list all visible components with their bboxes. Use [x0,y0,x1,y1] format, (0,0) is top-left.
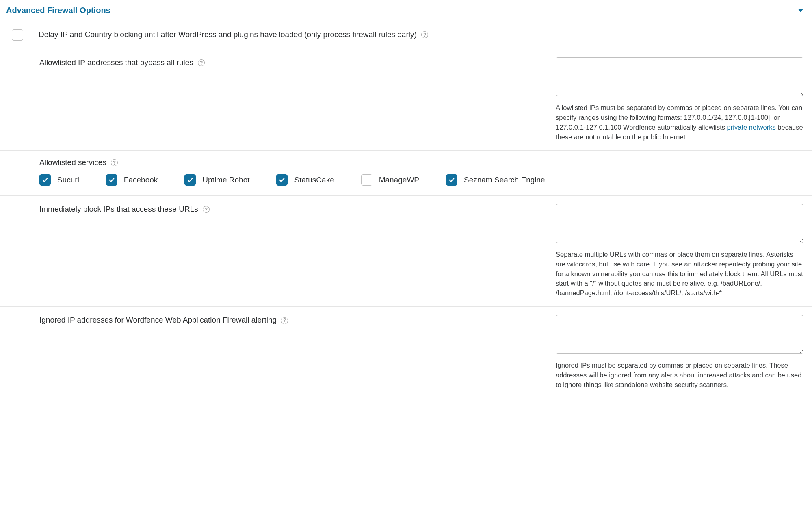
allowlisted-ips-label: Allowlisted IP addresses that bypass all… [39,57,548,68]
service-item: ManageWP [361,174,419,186]
service-checkbox[interactable] [184,174,196,186]
delay-ip-row: Delay IP and Country blocking until afte… [0,21,812,49]
block-urls-help: Separate multiple URLs with commas or pl… [556,250,803,299]
service-item: StatusCake [276,174,334,186]
service-item: Seznam Search Engine [446,174,545,186]
service-checkbox[interactable] [276,174,288,186]
help-icon[interactable]: ? [111,159,118,166]
help-icon[interactable]: ? [203,206,210,213]
help-icon[interactable]: ? [421,31,428,38]
allowlisted-ips-row: Allowlisted IP addresses that bypass all… [0,49,812,151]
service-label: Facebook [124,175,158,185]
delay-ip-label: Delay IP and Country blocking until afte… [39,29,428,40]
block-urls-row: Immediately block IPs that access these … [0,196,812,307]
private-networks-link[interactable]: private networks [727,123,776,131]
service-label: Seznam Search Engine [464,175,545,185]
ignored-ips-label: Ignored IP addresses for Wordfence Web A… [39,315,548,325]
service-checkbox[interactable] [446,174,457,186]
service-checkbox[interactable] [39,174,51,186]
section-header[interactable]: Advanced Firewall Options [0,0,812,21]
delay-ip-checkbox[interactable] [12,29,23,41]
service-label: Sucuri [57,175,79,185]
chevron-down-icon[interactable] [798,9,803,12]
service-label: ManageWP [379,175,419,185]
allowlisted-services-label: Allowlisted services ? [6,158,806,167]
service-item: Uptime Robot [184,174,249,186]
service-checkbox[interactable] [361,174,372,186]
service-label: Uptime Robot [202,175,249,185]
allowlisted-ips-textarea[interactable] [556,57,803,96]
section-title: Advanced Firewall Options [6,6,110,15]
services-list: SucuriFacebookUptime RobotStatusCakeMana… [6,174,806,186]
service-checkbox[interactable] [106,174,117,186]
ignored-ips-textarea[interactable] [556,315,803,354]
service-item: Sucuri [39,174,79,186]
ignored-ips-help: Ignored IPs must be separated by commas … [556,361,803,390]
service-label: StatusCake [294,175,334,185]
help-icon[interactable]: ? [198,59,205,66]
allowlisted-ips-help: Allowlisted IPs must be separated by com… [556,103,803,142]
service-item: Facebook [106,174,158,186]
allowlisted-services-row: Allowlisted services ? SucuriFacebookUpt… [0,151,812,196]
block-urls-label: Immediately block IPs that access these … [39,204,548,214]
help-icon[interactable]: ? [281,317,288,324]
ignored-ips-row: Ignored IP addresses for Wordfence Web A… [0,307,812,398]
block-urls-textarea[interactable] [556,204,803,243]
